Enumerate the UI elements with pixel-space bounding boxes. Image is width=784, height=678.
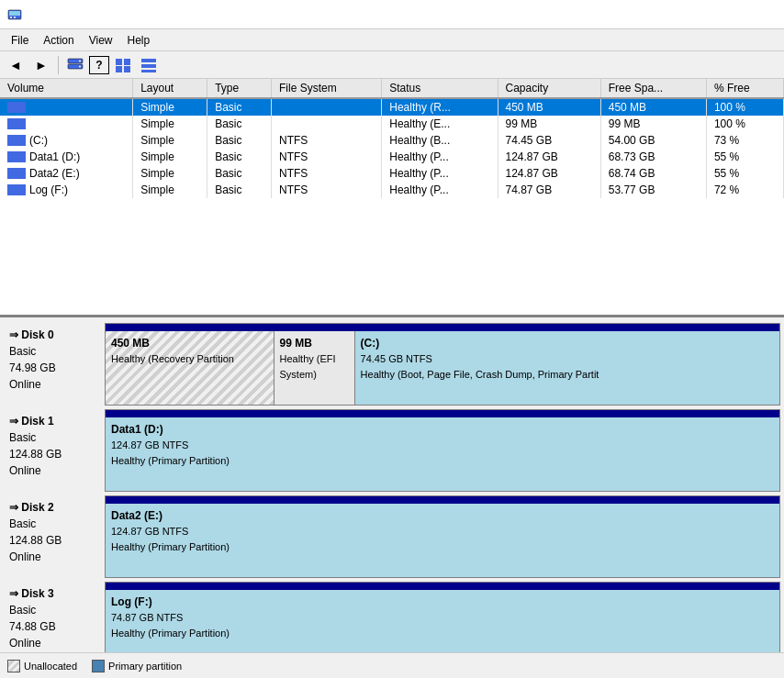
disk-status: Online [9, 462, 99, 479]
cell-volume [0, 98, 133, 116]
col-header-status[interactable]: Status [382, 79, 498, 98]
disk-info: ⇒ Disk 0 Basic 74.98 GB Online [4, 323, 105, 406]
app-icon [7, 7, 22, 22]
partition[interactable]: 99 MBHealthy (EFI System) [274, 331, 355, 405]
cell-capacity: 74.87 GB [498, 182, 600, 198]
cell-volume: Log (F:) [0, 182, 133, 198]
cell-capacity: 124.87 GB [498, 165, 600, 182]
table-header-row: Volume Layout Type File System Status Ca… [0, 79, 784, 98]
partition[interactable]: Log (F:)74.87 GB NTFSHealthy (Primary Pa… [106, 590, 779, 652]
partition-sublabel2: Healthy (Boot, Page File, Crash Dump, Pr… [361, 367, 774, 383]
svg-rect-13 [141, 64, 156, 68]
partition[interactable]: 450 MBHealthy (Recovery Partition [106, 331, 274, 405]
cell-type: Basic [207, 165, 272, 182]
menu-file[interactable]: File [4, 32, 36, 49]
cell-filesystem: NTFS [272, 165, 382, 182]
disk-type: Basic [9, 429, 99, 446]
col-header-type[interactable]: Type [207, 79, 272, 98]
cell-type: Basic [207, 116, 272, 132]
svg-rect-12 [141, 59, 156, 62]
col-header-pct[interactable]: % Free [706, 79, 783, 98]
forward-button[interactable]: ► [29, 54, 53, 76]
disk-name: ⇒ Disk 2 [9, 499, 99, 516]
disk-partitions: Data2 (E:)124.87 GB NTFSHealthy (Primary… [106, 504, 779, 577]
partition-label: Log (F:) [111, 594, 774, 610]
cell-type: Basic [207, 149, 272, 165]
svg-rect-1 [9, 11, 20, 16]
volume-color-indicator [7, 135, 26, 146]
partition-sublabel2: Healthy (Primary Partition) [111, 539, 774, 555]
svg-point-7 [79, 65, 81, 67]
disk-list-button[interactable] [63, 54, 87, 76]
close-button[interactable] [755, 6, 777, 24]
back-button[interactable]: ◄ [4, 54, 28, 76]
disk-type: Basic [9, 602, 99, 618]
legend-primary: Primary partition [92, 660, 182, 672]
disk-status: Online [9, 549, 99, 565]
disk-size: 124.88 GB [9, 532, 99, 549]
cell-filesystem: NTFS [272, 132, 382, 149]
table-row[interactable]: SimpleBasicHealthy (R...450 MB450 MB100 … [0, 98, 784, 116]
cell-layout: Simple [133, 132, 207, 149]
disk-size: 74.88 GB [9, 618, 99, 635]
table-row[interactable]: Data1 (D:)SimpleBasicNTFSHealthy (P...12… [0, 149, 784, 165]
menu-view[interactable]: View [82, 32, 120, 49]
volume-color-indicator [7, 184, 26, 195]
disk-partitions: 450 MBHealthy (Recovery Partition99 MBHe… [106, 331, 779, 405]
extra-view-button[interactable] [137, 54, 161, 76]
toolbar: ◄ ► ? [0, 51, 784, 79]
table-row[interactable]: (C:)SimpleBasicNTFSHealthy (B...74.45 GB… [0, 132, 784, 149]
legend-unallocated: Unallocated [7, 660, 77, 672]
cell-status: Healthy (R... [382, 98, 498, 116]
col-header-filesystem[interactable]: File System [272, 79, 382, 98]
cell-filesystem: NTFS [272, 149, 382, 165]
minimize-button[interactable] [703, 6, 725, 24]
disk-name: ⇒ Disk 1 [9, 413, 99, 429]
partition-sublabel: 74.87 GB NTFS [111, 610, 774, 626]
help-button[interactable]: ? [89, 56, 109, 74]
cell-free: 53.77 GB [600, 182, 706, 198]
disk-content: Log (F:)74.87 GB NTFSHealthy (Primary Pa… [105, 582, 780, 652]
disk-content: Data1 (D:)124.87 GB NTFSHealthy (Primary… [105, 409, 780, 492]
partition[interactable]: Data2 (E:)124.87 GB NTFSHealthy (Primary… [106, 504, 779, 577]
disk-panel[interactable]: ⇒ Disk 0 Basic 74.98 GB Online450 MBHeal… [0, 317, 784, 652]
disk-partitions: Log (F:)74.87 GB NTFSHealthy (Primary Pa… [106, 590, 779, 652]
cell-type: Basic [207, 98, 272, 116]
table-row[interactable]: Log (F:)SimpleBasicNTFSHealthy (P...74.8… [0, 182, 784, 198]
cell-free: 99 MB [600, 116, 706, 132]
col-header-volume[interactable]: Volume [0, 79, 133, 98]
cell-capacity: 99 MB [498, 116, 600, 132]
cell-free: 68.73 GB [600, 149, 706, 165]
disk-top-bar [106, 496, 779, 504]
disk-name: ⇒ Disk 3 [9, 585, 99, 602]
partition-label: (C:) [361, 335, 774, 351]
col-header-layout[interactable]: Layout [133, 79, 207, 98]
partition[interactable]: (C:)74.45 GB NTFSHealthy (Boot, Page Fil… [355, 331, 779, 405]
table-row[interactable]: SimpleBasicHealthy (E...99 MB99 MB100 % [0, 116, 784, 132]
disk-partitions: Data1 (D:)124.87 GB NTFSHealthy (Primary… [106, 417, 779, 491]
svg-rect-11 [124, 66, 130, 72]
disk-info: ⇒ Disk 1 Basic 124.88 GB Online [4, 409, 105, 492]
partition[interactable]: Data1 (D:)124.87 GB NTFSHealthy (Primary… [106, 417, 779, 491]
menu-help[interactable]: Help [120, 32, 158, 49]
menu-action[interactable]: Action [36, 32, 81, 49]
title-bar [0, 0, 784, 29]
col-header-capacity[interactable]: Capacity [498, 79, 600, 98]
legend-primary-box [92, 660, 105, 672]
cell-type: Basic [207, 132, 272, 149]
table-row[interactable]: Data2 (E:)SimpleBasicNTFSHealthy (P...12… [0, 165, 784, 182]
cell-type: Basic [207, 182, 272, 198]
cell-free: 54.00 GB [600, 132, 706, 149]
partition-sublabel: 74.45 GB NTFS [361, 351, 774, 367]
disk-content: 450 MBHealthy (Recovery Partition99 MBHe… [105, 323, 780, 406]
volume-color-indicator [7, 102, 26, 113]
cell-status: Healthy (P... [382, 182, 498, 198]
maximize-button[interactable] [729, 6, 751, 24]
extra-view-icon [140, 57, 157, 73]
col-header-free[interactable]: Free Spa... [600, 79, 706, 98]
cell-pct: 72 % [706, 182, 783, 198]
volume-panel[interactable]: Volume Layout Type File System Status Ca… [0, 79, 784, 317]
volume-view-button[interactable] [111, 54, 135, 76]
disk-info: ⇒ Disk 3 Basic 74.88 GB Online [4, 582, 105, 652]
cell-layout: Simple [133, 116, 207, 132]
